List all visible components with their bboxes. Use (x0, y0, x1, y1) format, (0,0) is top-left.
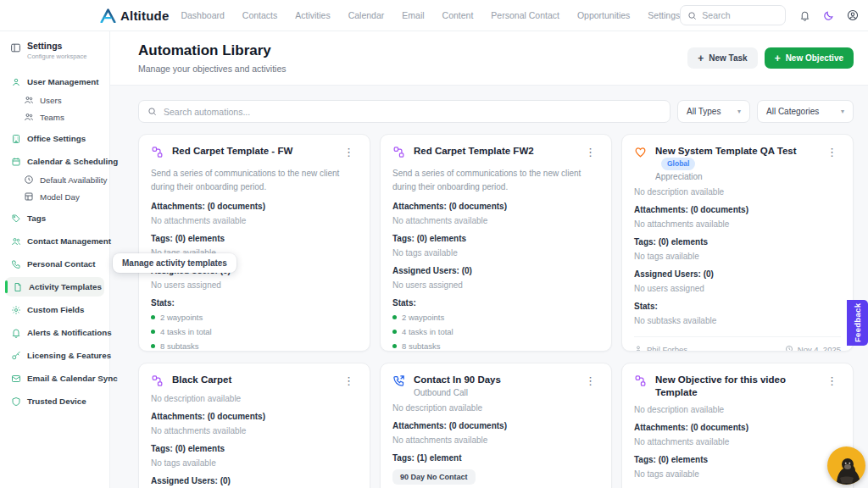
kebab-menu-icon[interactable]: ⋮ (581, 145, 599, 159)
plus-icon: + (698, 53, 704, 64)
stat-item: 8 subtasks (392, 341, 599, 351)
card-footer: Phil Forbes Nov 4, 2025 (634, 336, 841, 352)
sidebar-item-label: User Management (27, 77, 98, 86)
mascot-gorilla-button[interactable] (827, 446, 865, 485)
card-subtitle: Outbound Call (414, 388, 501, 397)
top-navbar: Altitude Dashboard Contacts Activities C… (0, 0, 868, 31)
nav-link-activities[interactable]: Activities (295, 10, 330, 20)
tag-pill[interactable]: 90 Day No Contact (392, 469, 476, 485)
sidebar-item-custom-fields[interactable]: Custom Fields (0, 300, 109, 319)
kebab-menu-icon[interactable]: ⋮ (340, 145, 358, 159)
phone-icon (11, 259, 21, 269)
nav-link-content[interactable]: Content (442, 10, 474, 20)
nav-link-calendar[interactable]: Calendar (348, 10, 385, 20)
sidebar-item-personal-contact[interactable]: Personal Contact (0, 254, 109, 274)
automation-search-input[interactable] (164, 107, 661, 117)
type-filter-select[interactable]: All Types▾ (677, 100, 750, 123)
tags-empty: No tags available (151, 458, 358, 468)
automation-search[interactable] (138, 100, 670, 123)
global-search[interactable] (680, 5, 786, 25)
card-title: Contact In 90 Days (414, 374, 501, 386)
nav-link-dashboard[interactable]: Dashboard (181, 10, 224, 20)
tags-label: Tags: (0) elements (151, 444, 358, 453)
automation-card[interactable]: New System Template QA TestGlobal Apprec… (621, 134, 854, 352)
card-description: No description available (151, 394, 358, 403)
chevron-down-icon: ▾ (737, 108, 741, 115)
sidebar-item-teams[interactable]: Teams (0, 108, 109, 125)
new-objective-button[interactable]: + New Objective (765, 47, 854, 69)
kebab-menu-icon[interactable]: ⋮ (581, 374, 599, 388)
workflow-icon (151, 374, 164, 387)
heart-icon (634, 146, 647, 158)
sidebar-item-email-calendar-sync[interactable]: Email & Calendar Sync (0, 369, 109, 388)
card-description: No description available (392, 403, 599, 413)
automation-card[interactable]: Black Carpet ⋮ No description available … (138, 363, 370, 488)
sidebar-item-user-management[interactable]: User Management (0, 72, 109, 92)
automation-card[interactable]: Red Carpet Template - FW ⋮ Send a series… (138, 134, 370, 352)
shield-icon (11, 396, 21, 407)
nav-link-opportunities[interactable]: Opportunities (577, 10, 630, 20)
people-icon (11, 236, 21, 247)
kebab-menu-icon[interactable]: ⋮ (823, 145, 841, 159)
tags-label: Tags: (1) element (392, 453, 599, 463)
kebab-menu-icon[interactable]: ⋮ (340, 374, 358, 388)
green-dot-icon (151, 330, 155, 334)
person-icon (634, 345, 643, 352)
sidebar-item-trusted-device[interactable]: Trusted Device (0, 391, 109, 411)
sidebar-item-label: Office Settings (27, 134, 86, 143)
sidebar-item-label: Model Day (40, 192, 80, 202)
altitude-logo-icon (100, 8, 116, 23)
assigned-users-label: Assigned Users: (0) (151, 476, 358, 485)
activity-templates-tooltip: Manage activity templates (113, 253, 236, 273)
sidebar-item-label: Email & Calendar Sync (27, 374, 118, 383)
global-search-input[interactable] (702, 10, 778, 20)
automation-card[interactable]: Red Carpet Template FW2 ⋮ Send a series … (380, 134, 612, 352)
nav-link-personal-contact[interactable]: Personal Contact (491, 10, 559, 20)
workflow-icon (634, 374, 647, 387)
sidebar-item-alerts-notifications[interactable]: Alerts & Notifications (0, 323, 109, 342)
nav-links: Dashboard Contacts Activities Calendar E… (181, 10, 680, 20)
card-title: New Objective for this video Template (655, 374, 815, 399)
bell-icon[interactable] (799, 10, 810, 21)
nav-link-email[interactable]: Email (402, 10, 424, 20)
automation-card[interactable]: Contact In 90 Days Outbound Call ⋮ No de… (380, 363, 612, 488)
bell-icon (11, 328, 21, 338)
sidebar-item-tags[interactable]: Tags (0, 208, 109, 228)
panel-icon[interactable] (10, 42, 21, 53)
category-filter-select[interactable]: All Categories▾ (757, 100, 854, 123)
sidebar-item-licensing-features[interactable]: Licensing & Features (0, 346, 109, 365)
nav-link-settings[interactable]: Settings (648, 10, 680, 20)
page-header: Automation Library Manage your objective… (110, 31, 868, 86)
tags-label: Tags: (0) elements (634, 237, 841, 247)
sidebar-item-calendar-scheduling[interactable]: Calendar & Scheduling (0, 152, 109, 171)
user-avatar-icon[interactable] (847, 9, 859, 21)
sidebar-item-label: Users (40, 96, 62, 105)
dark-mode-moon-icon[interactable] (823, 10, 834, 21)
nav-link-contacts[interactable]: Contacts (242, 10, 277, 20)
card-description: Send a series of communications to the n… (392, 167, 599, 193)
feedback-tab[interactable]: Feedback (847, 300, 868, 346)
stat-item: 8 subtasks (151, 341, 358, 351)
automation-card[interactable]: New Objective for this video Template ⋮ … (621, 363, 854, 488)
kebab-menu-icon[interactable]: ⋮ (823, 374, 841, 388)
sidebar-item-office-settings[interactable]: Office Settings (0, 129, 109, 148)
sidebar-item-contact-management[interactable]: Contact Management (0, 231, 109, 251)
new-task-button[interactable]: + New Task (687, 47, 757, 69)
global-badge: Global (661, 158, 695, 170)
card-subtitle: Appreciation (655, 172, 815, 181)
assigned-users-empty: No users assigned (634, 284, 841, 293)
chevron-down-icon: ▾ (841, 108, 844, 115)
stats-label: Stats: (392, 298, 599, 308)
sidebar-item-activity-templates[interactable]: Activity Templates (5, 277, 104, 297)
brand-logo[interactable]: Altitude (100, 8, 169, 23)
sidebar-item-model-day[interactable]: Model Day (0, 188, 109, 205)
stat-item: 4 tasks in total (392, 327, 599, 336)
tags-empty: No tags available (392, 248, 599, 258)
page-subtitle: Manage your objectives and activities (138, 64, 287, 74)
card-title: New System Template QA TestGlobal (655, 145, 815, 170)
cards-grid: Red Carpet Template - FW ⋮ Send a series… (138, 134, 854, 488)
sidebar-item-default-availability[interactable]: Default Availability (0, 171, 109, 188)
sidebar-item-users[interactable]: Users (0, 92, 109, 108)
search-icon (687, 11, 697, 20)
user-icon (11, 77, 21, 87)
